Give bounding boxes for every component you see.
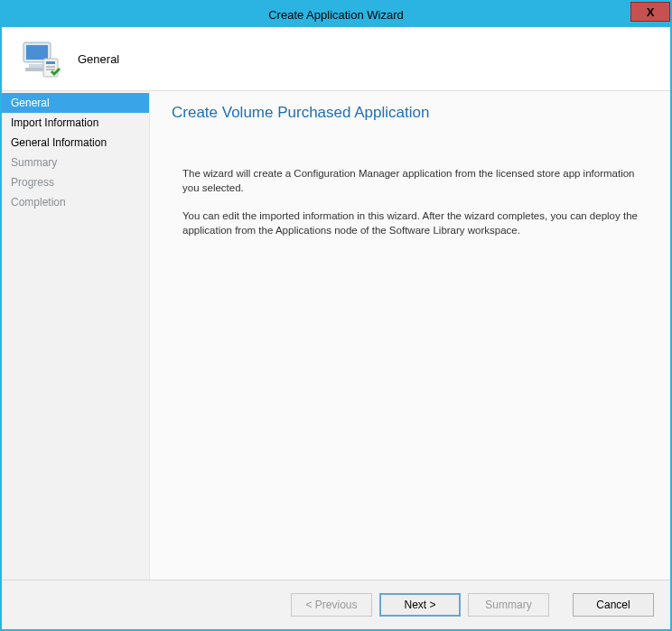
- sidebar-item-completion[interactable]: Completion: [2, 192, 149, 212]
- next-button[interactable]: Next >: [379, 593, 461, 617]
- previous-button: < Previous: [291, 593, 372, 617]
- titlebar: Create Application Wizard X: [2, 2, 670, 27]
- svg-rect-5: [46, 61, 55, 64]
- wizard-footer: < Previous Next > Summary Cancel: [2, 580, 670, 629]
- header-step-label: General: [78, 52, 119, 66]
- content-paragraph-1: The wizard will create a Configuration M…: [172, 167, 649, 195]
- close-button[interactable]: X: [630, 2, 670, 22]
- wizard-content: Create Volume Purchased Application The …: [150, 91, 670, 580]
- summary-button: Summary: [468, 593, 549, 617]
- cancel-button[interactable]: Cancel: [573, 593, 654, 617]
- wizard-body: General Import Information General Infor…: [2, 90, 670, 580]
- svg-rect-2: [29, 64, 45, 68]
- sidebar-item-general[interactable]: General: [2, 93, 149, 113]
- sidebar-item-general-information[interactable]: General Information: [2, 133, 149, 153]
- sidebar-item-import-information[interactable]: Import Information: [2, 113, 149, 133]
- content-heading: Create Volume Purchased Application: [172, 104, 649, 122]
- window-title: Create Application Wizard: [268, 8, 404, 22]
- svg-rect-1: [26, 45, 48, 60]
- wizard-sidebar: General Import Information General Infor…: [2, 91, 150, 580]
- sidebar-item-summary[interactable]: Summary: [2, 153, 149, 172]
- sidebar-item-progress[interactable]: Progress: [2, 172, 149, 192]
- svg-rect-6: [46, 66, 55, 68]
- wizard-window: Create Application Wizard X General: [0, 0, 672, 631]
- close-icon: X: [647, 5, 655, 19]
- computer-icon: [18, 37, 61, 80]
- content-paragraph-2: You can edit the imported information in…: [172, 209, 649, 237]
- svg-rect-7: [46, 69, 55, 70]
- wizard-header: General: [2, 27, 670, 90]
